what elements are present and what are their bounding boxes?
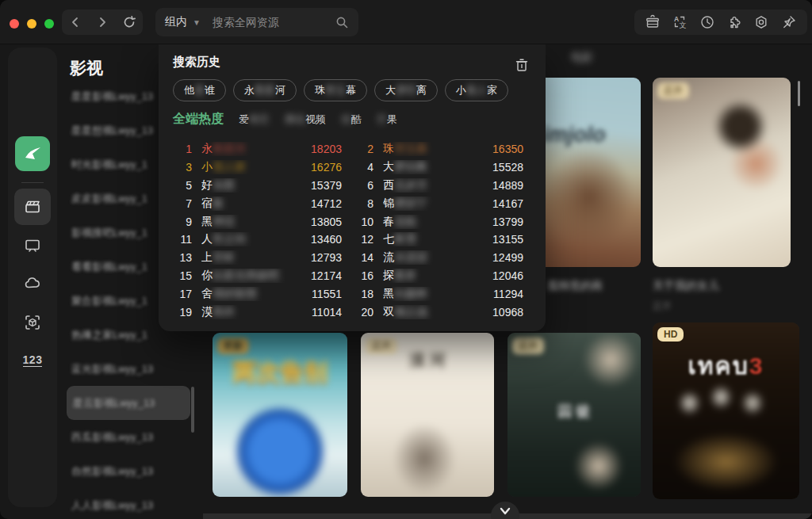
pin-button[interactable] <box>779 13 799 32</box>
history-tag[interactable]: 大梦归离 <box>374 79 438 101</box>
ranking-item[interactable]: 17舍得的智慧11551 <box>173 284 342 303</box>
forward-button[interactable] <box>92 12 113 32</box>
history-tag[interactable]: 珠帘玉幕 <box>304 79 367 101</box>
rank-value: 16276 <box>311 161 342 174</box>
platform-tab-2[interactable]: 优酷 <box>341 113 362 127</box>
scroll-more-button[interactable] <box>491 502 519 519</box>
ranking-item[interactable]: 3小巷人家16276 <box>173 158 342 177</box>
ranking-item[interactable]: 10春花焰13799 <box>354 212 523 231</box>
rank-number: 7 <box>173 197 192 210</box>
sidebar-item-cloud[interactable] <box>14 265 51 301</box>
titlebar: 组内 ▼ A 文 <box>0 0 812 44</box>
library-item[interactable]: 西瓜影视Lwyy_13 <box>60 420 198 454</box>
poster-card[interactable]: 囚 徒正片 <box>508 333 641 497</box>
rank-value: 13460 <box>311 233 342 246</box>
zoom-button[interactable] <box>44 19 54 29</box>
rank-title-prefix: 好 <box>201 178 213 191</box>
tab-all-platforms[interactable]: 全端热度 <box>173 111 224 128</box>
poster-badge: HD <box>657 327 684 342</box>
library-item-label: 西瓜影视Lwyy_13 <box>71 430 153 445</box>
nav-rail: 123 <box>8 48 57 507</box>
poster-title-text: เทคบ3 <box>653 347 799 384</box>
sidebar-item-tv[interactable] <box>14 227 51 263</box>
back-button[interactable] <box>65 12 86 32</box>
ranking-item[interactable]: 5好东西15379 <box>173 177 342 195</box>
tab-text-part: 优 <box>341 113 351 125</box>
history-tag[interactable]: 小巷人家 <box>445 79 508 101</box>
rank-title-blurred: 敌 <box>213 197 224 209</box>
extensions-button[interactable] <box>725 13 744 32</box>
clear-history-button[interactable] <box>515 58 528 72</box>
ranking-item[interactable]: 16探案录12046 <box>354 267 523 285</box>
history-tag[interactable]: 他是谁 <box>173 79 226 101</box>
poster-card[interactable]: เทคบ3HD <box>653 322 799 499</box>
sidebar-item-scan[interactable] <box>14 304 51 341</box>
rank-value: 11014 <box>312 306 342 319</box>
rank-number: 16 <box>354 269 373 282</box>
ranking-item[interactable]: 13上甘岭12793 <box>173 249 342 267</box>
rank-number: 4 <box>354 161 373 174</box>
translate-button[interactable]: A 文 <box>670 13 689 32</box>
library-item[interactable]: 自然影视Lwyy_13 <box>60 454 198 488</box>
poster-title-text: 两次告别 <box>213 356 347 388</box>
rank-title-prefix: 流 <box>383 250 394 263</box>
svg-text:A: A <box>674 15 679 23</box>
ranking-item[interactable]: 2珠帘玉幕16350 <box>354 140 523 158</box>
library-item-label: 蓝光影视Lwyy_13 <box>71 362 153 376</box>
content-scrollbar-thumb[interactable] <box>798 81 800 106</box>
poster-card[interactable]: 漠 河正片 <box>361 333 494 497</box>
clapperboard-icon <box>23 197 42 216</box>
platform-tab-0[interactable]: 爱奇艺 <box>239 113 270 127</box>
history-button[interactable] <box>698 13 717 32</box>
ranking-item[interactable]: 11人世之间13460 <box>173 231 342 249</box>
ranking-item[interactable]: 8锦绣安宁14167 <box>354 194 523 212</box>
library-item[interactable]: 星云影视Lwyy_13 <box>67 386 190 420</box>
sidebar-item-numbers[interactable]: 123 <box>14 342 51 379</box>
library-item[interactable]: 人人影视Lwyy_13 <box>60 488 198 519</box>
ranking-item[interactable]: 20双城之战10968 <box>354 303 523 321</box>
library-item[interactable]: 蓝光影视Lwyy_13 <box>60 352 198 386</box>
section-tab[interactable]: 电影 <box>571 51 593 65</box>
rank-title-blurred: 神话 <box>213 215 235 227</box>
search-input[interactable] <box>211 15 330 29</box>
settings-button[interactable] <box>752 13 771 32</box>
history-tag[interactable]: 永夜星河 <box>233 79 297 101</box>
search-scope-select[interactable]: 组内 <box>165 15 187 29</box>
ranking-item[interactable]: 6西北岁月14889 <box>354 177 523 195</box>
ranking-item[interactable]: 19漠风吟11014 <box>173 303 342 321</box>
ranking-item[interactable]: 18黑白森林11294 <box>354 284 523 303</box>
library-scrollbar-thumb[interactable] <box>191 387 194 433</box>
minimize-button[interactable] <box>27 19 36 29</box>
gift-button[interactable] <box>643 13 662 32</box>
rank-title-prefix: 探 <box>383 269 394 281</box>
ranking-item[interactable]: 7宿敌14712 <box>173 194 342 212</box>
rank-title-prefix: 黑 <box>201 215 213 227</box>
ranking-item[interactable]: 14流水迢迢12499 <box>354 249 523 267</box>
platform-tab-1[interactable]: 腾讯视频 <box>285 113 326 127</box>
rank-title-prefix: 你 <box>201 269 213 281</box>
app-logo[interactable] <box>15 136 50 171</box>
rank-title: 永夜星河 <box>201 142 311 156</box>
tag-blurred-part: 是 <box>194 84 205 96</box>
refresh-button[interactable] <box>119 12 140 32</box>
close-button[interactable] <box>10 19 19 29</box>
ranking-item[interactable]: 4大梦归离15528 <box>354 158 523 177</box>
rank-value: 14712 <box>311 197 342 210</box>
library-item-label: 影视搜吧Lwyy_1 <box>71 226 147 240</box>
rank-title-prefix: 黑 <box>383 287 394 300</box>
platform-tab-3[interactable]: 芒果 <box>377 113 397 127</box>
tab-text-part: 视频 <box>305 113 326 125</box>
ranking-item[interactable]: 9黑神话13805 <box>173 212 342 231</box>
history-tags: 他是谁永夜星河珠帘玉幕大梦归离小巷人家 <box>173 79 508 101</box>
poster-card[interactable]: 正片 <box>653 78 791 267</box>
ranking-item[interactable]: 15你比星光美丽吧12174 <box>173 267 342 285</box>
rank-value: 16350 <box>492 143 523 155</box>
ranking-item[interactable]: 1永夜星河18203 <box>173 140 342 158</box>
ranking-item[interactable]: 12七夜雪13155 <box>354 231 523 249</box>
rank-value: 13805 <box>311 216 342 228</box>
library-item-label: 自然影视Lwyy_13 <box>71 464 153 479</box>
rank-title: 珠帘玉幕 <box>383 142 492 156</box>
sidebar-item-movies[interactable] <box>14 189 51 225</box>
rank-value: 18203 <box>311 143 342 155</box>
poster-card[interactable]: 两次告别更新 <box>213 333 347 497</box>
